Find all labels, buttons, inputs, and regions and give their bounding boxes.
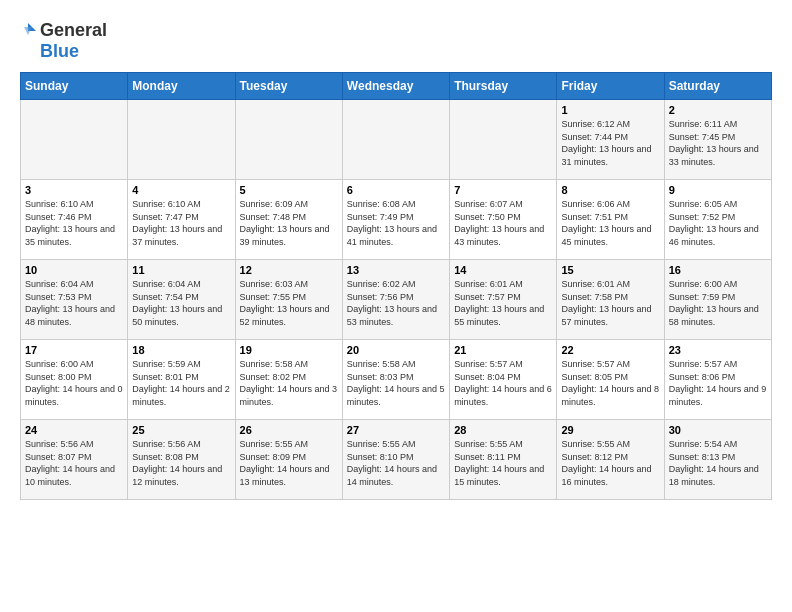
day-number: 20 [347,344,445,356]
calendar-cell: 3Sunrise: 6:10 AMSunset: 7:46 PMDaylight… [21,180,128,260]
day-number: 16 [669,264,767,276]
calendar-cell: 19Sunrise: 5:58 AMSunset: 8:02 PMDayligh… [235,340,342,420]
day-info: Sunrise: 5:54 AMSunset: 8:13 PMDaylight:… [669,438,767,488]
day-info: Sunrise: 5:57 AMSunset: 8:05 PMDaylight:… [561,358,659,408]
calendar-week-1: 1Sunrise: 6:12 AMSunset: 7:44 PMDaylight… [21,100,772,180]
day-info: Sunrise: 6:03 AMSunset: 7:55 PMDaylight:… [240,278,338,328]
calendar-cell [128,100,235,180]
day-header-tuesday: Tuesday [235,73,342,100]
day-header-friday: Friday [557,73,664,100]
day-info: Sunrise: 6:10 AMSunset: 7:47 PMDaylight:… [132,198,230,248]
day-number: 18 [132,344,230,356]
calendar-cell: 24Sunrise: 5:56 AMSunset: 8:07 PMDayligh… [21,420,128,500]
day-info: Sunrise: 6:04 AMSunset: 7:54 PMDaylight:… [132,278,230,328]
calendar-cell: 28Sunrise: 5:55 AMSunset: 8:11 PMDayligh… [450,420,557,500]
day-number: 5 [240,184,338,196]
calendar-week-2: 3Sunrise: 6:10 AMSunset: 7:46 PMDaylight… [21,180,772,260]
day-number: 10 [25,264,123,276]
calendar-week-5: 24Sunrise: 5:56 AMSunset: 8:07 PMDayligh… [21,420,772,500]
day-number: 14 [454,264,552,276]
day-info: Sunrise: 6:06 AMSunset: 7:51 PMDaylight:… [561,198,659,248]
calendar-cell: 20Sunrise: 5:58 AMSunset: 8:03 PMDayligh… [342,340,449,420]
day-info: Sunrise: 6:10 AMSunset: 7:46 PMDaylight:… [25,198,123,248]
calendar-cell: 18Sunrise: 5:59 AMSunset: 8:01 PMDayligh… [128,340,235,420]
day-info: Sunrise: 5:58 AMSunset: 8:03 PMDaylight:… [347,358,445,408]
day-number: 4 [132,184,230,196]
logo-blue-text: Blue [40,41,79,62]
calendar-cell [21,100,128,180]
day-info: Sunrise: 5:57 AMSunset: 8:04 PMDaylight:… [454,358,552,408]
calendar-cell: 9Sunrise: 6:05 AMSunset: 7:52 PMDaylight… [664,180,771,260]
day-info: Sunrise: 6:11 AMSunset: 7:45 PMDaylight:… [669,118,767,168]
day-number: 28 [454,424,552,436]
calendar-cell: 8Sunrise: 6:06 AMSunset: 7:51 PMDaylight… [557,180,664,260]
calendar-cell: 13Sunrise: 6:02 AMSunset: 7:56 PMDayligh… [342,260,449,340]
day-header-sunday: Sunday [21,73,128,100]
calendar-cell: 2Sunrise: 6:11 AMSunset: 7:45 PMDaylight… [664,100,771,180]
day-info: Sunrise: 5:55 AMSunset: 8:12 PMDaylight:… [561,438,659,488]
day-info: Sunrise: 5:55 AMSunset: 8:09 PMDaylight:… [240,438,338,488]
day-number: 19 [240,344,338,356]
day-info: Sunrise: 6:07 AMSunset: 7:50 PMDaylight:… [454,198,552,248]
calendar-cell: 30Sunrise: 5:54 AMSunset: 8:13 PMDayligh… [664,420,771,500]
calendar-cell: 5Sunrise: 6:09 AMSunset: 7:48 PMDaylight… [235,180,342,260]
day-info: Sunrise: 6:00 AMSunset: 7:59 PMDaylight:… [669,278,767,328]
day-number: 23 [669,344,767,356]
day-number: 1 [561,104,659,116]
calendar-cell: 27Sunrise: 5:55 AMSunset: 8:10 PMDayligh… [342,420,449,500]
day-header-saturday: Saturday [664,73,771,100]
day-number: 22 [561,344,659,356]
day-info: Sunrise: 6:02 AMSunset: 7:56 PMDaylight:… [347,278,445,328]
day-number: 15 [561,264,659,276]
day-number: 3 [25,184,123,196]
page-header: General Blue [20,20,772,62]
day-number: 8 [561,184,659,196]
calendar-week-3: 10Sunrise: 6:04 AMSunset: 7:53 PMDayligh… [21,260,772,340]
calendar-cell: 4Sunrise: 6:10 AMSunset: 7:47 PMDaylight… [128,180,235,260]
day-number: 7 [454,184,552,196]
day-number: 30 [669,424,767,436]
day-info: Sunrise: 5:57 AMSunset: 8:06 PMDaylight:… [669,358,767,408]
day-info: Sunrise: 6:05 AMSunset: 7:52 PMDaylight:… [669,198,767,248]
logo: General Blue [20,20,107,62]
day-number: 13 [347,264,445,276]
day-number: 24 [25,424,123,436]
calendar-cell: 11Sunrise: 6:04 AMSunset: 7:54 PMDayligh… [128,260,235,340]
day-info: Sunrise: 5:56 AMSunset: 8:07 PMDaylight:… [25,438,123,488]
calendar-cell: 22Sunrise: 5:57 AMSunset: 8:05 PMDayligh… [557,340,664,420]
calendar-cell: 10Sunrise: 6:04 AMSunset: 7:53 PMDayligh… [21,260,128,340]
day-number: 2 [669,104,767,116]
calendar-cell: 12Sunrise: 6:03 AMSunset: 7:55 PMDayligh… [235,260,342,340]
day-number: 26 [240,424,338,436]
calendar-week-4: 17Sunrise: 6:00 AMSunset: 8:00 PMDayligh… [21,340,772,420]
calendar-cell: 14Sunrise: 6:01 AMSunset: 7:57 PMDayligh… [450,260,557,340]
day-number: 27 [347,424,445,436]
calendar-cell: 17Sunrise: 6:00 AMSunset: 8:00 PMDayligh… [21,340,128,420]
day-number: 6 [347,184,445,196]
day-info: Sunrise: 6:09 AMSunset: 7:48 PMDaylight:… [240,198,338,248]
day-info: Sunrise: 6:08 AMSunset: 7:49 PMDaylight:… [347,198,445,248]
calendar-cell: 23Sunrise: 5:57 AMSunset: 8:06 PMDayligh… [664,340,771,420]
day-number: 25 [132,424,230,436]
calendar-cell [235,100,342,180]
calendar-cell: 25Sunrise: 5:56 AMSunset: 8:08 PMDayligh… [128,420,235,500]
day-number: 9 [669,184,767,196]
calendar-body: 1Sunrise: 6:12 AMSunset: 7:44 PMDaylight… [21,100,772,500]
calendar-cell: 29Sunrise: 5:55 AMSunset: 8:12 PMDayligh… [557,420,664,500]
calendar-cell: 7Sunrise: 6:07 AMSunset: 7:50 PMDaylight… [450,180,557,260]
day-number: 12 [240,264,338,276]
day-info: Sunrise: 6:01 AMSunset: 7:57 PMDaylight:… [454,278,552,328]
day-header-monday: Monday [128,73,235,100]
day-number: 17 [25,344,123,356]
calendar-cell: 16Sunrise: 6:00 AMSunset: 7:59 PMDayligh… [664,260,771,340]
day-number: 29 [561,424,659,436]
calendar-cell [342,100,449,180]
day-info: Sunrise: 5:55 AMSunset: 8:10 PMDaylight:… [347,438,445,488]
day-info: Sunrise: 6:04 AMSunset: 7:53 PMDaylight:… [25,278,123,328]
calendar-cell: 15Sunrise: 6:01 AMSunset: 7:58 PMDayligh… [557,260,664,340]
day-info: Sunrise: 5:58 AMSunset: 8:02 PMDaylight:… [240,358,338,408]
calendar-cell: 21Sunrise: 5:57 AMSunset: 8:04 PMDayligh… [450,340,557,420]
day-info: Sunrise: 5:59 AMSunset: 8:01 PMDaylight:… [132,358,230,408]
day-header-wednesday: Wednesday [342,73,449,100]
day-info: Sunrise: 5:55 AMSunset: 8:11 PMDaylight:… [454,438,552,488]
